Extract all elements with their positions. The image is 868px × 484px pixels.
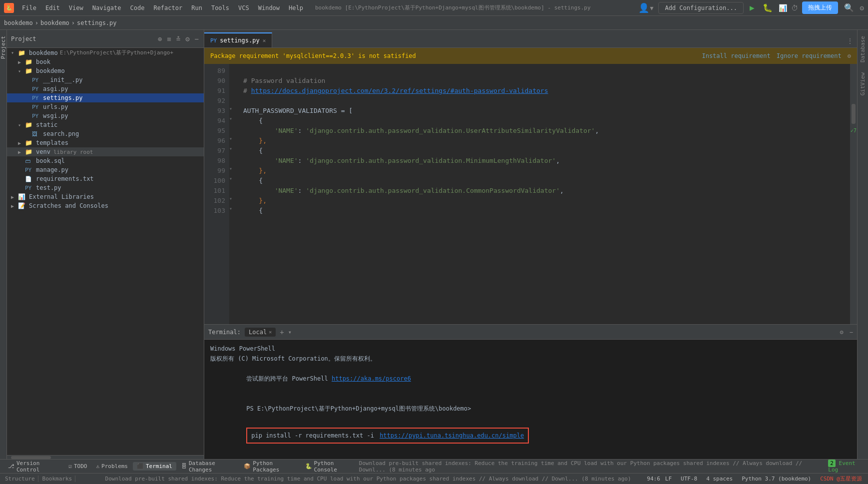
menu-window[interactable]: Window — [254, 3, 284, 12]
terminal-content: Windows PowerShell 版权所有 (C) Microsoft Co… — [204, 340, 857, 459]
database-panel-label[interactable]: Database — [859, 32, 867, 66]
status-indent[interactable]: 4 spaces — [702, 476, 737, 482]
bottom-tab-terminal[interactable]: ⬛ Terminal — [133, 462, 176, 471]
tree-item-urls[interactable]: PY urls.py — [7, 102, 204, 111]
tree-label: manage.py — [36, 166, 68, 173]
menu-tools[interactable]: Tools — [207, 3, 233, 12]
terminal-prompt: PS E:\PythonProject\基于Python+Django+mysq… — [246, 405, 471, 412]
venv-library-root-label: library root — [53, 149, 93, 155]
terminal-tab-label: Local — [249, 329, 267, 336]
collapse-all-icon[interactable]: ≡ — [166, 34, 172, 44]
menu-run[interactable]: Run — [187, 3, 206, 12]
tree-item-manage[interactable]: PY manage.py — [7, 165, 204, 174]
sort-icon[interactable]: ≛ — [175, 34, 181, 44]
bottom-tab-python-console[interactable]: 🐍 Python Console — [301, 459, 358, 474]
menu-refactor[interactable]: Refactor — [149, 3, 186, 12]
search-everywhere-icon[interactable]: 🔍 — [842, 2, 856, 13]
upload-button[interactable]: 拖拽上传 — [802, 1, 838, 14]
terminal-tab-local[interactable]: Local ✕ — [245, 328, 276, 337]
gitview-panel-label[interactable]: GitView — [859, 68, 867, 99]
menu-edit[interactable]: Edit — [41, 3, 64, 12]
menu-help[interactable]: Help — [285, 3, 307, 12]
menu-navigate[interactable]: Navigate — [88, 3, 125, 12]
locate-file-icon[interactable]: ⊕ — [157, 34, 163, 44]
debug-button[interactable]: 🐛 — [761, 2, 775, 13]
terminal-close-icon[interactable]: − — [850, 329, 853, 336]
minimize-panel-icon[interactable]: − — [194, 34, 200, 44]
status-encoding[interactable]: LF — [661, 476, 676, 482]
status-structure-label[interactable]: Structure — [2, 476, 38, 482]
tree-path: E:\PythonProject\基于Python+Django+ — [60, 49, 173, 56]
bottom-tab-python-packages[interactable]: 📦 Python Packages — [240, 459, 300, 474]
tree-item-venv[interactable]: ▶ 📁 venv library root — [7, 147, 204, 156]
tree-item-init[interactable]: PY __init__.py — [7, 75, 204, 84]
bottom-toolbar: ⎇ Version Control ☑ TODO ⚠ Problems ⬛ Te… — [0, 459, 868, 473]
tree-item-test[interactable]: PY test.py — [7, 183, 204, 192]
warning-settings-icon[interactable]: ⚙ — [848, 52, 851, 59]
bottom-tab-problems[interactable]: ⚠ Problems — [92, 462, 132, 471]
editor-scrollbar[interactable]: ✓7 — [850, 64, 857, 324]
menu-vcs[interactable]: VCS — [234, 3, 253, 12]
problems-icon: ⚠ — [96, 463, 99, 470]
title-path: bookdemo [E:\PythonProject\基于Python+Djan… — [315, 4, 634, 11]
tree-item-asgi[interactable]: PY asgi.py — [7, 84, 204, 93]
add-configuration-button[interactable]: Add Configuration... — [658, 2, 744, 14]
breadcrumb-item-3[interactable]: settings.py — [77, 19, 116, 26]
tree-label: book.sql — [36, 157, 65, 164]
tree-label: bookdemo — [29, 49, 58, 56]
breadcrumb-item-1[interactable]: bookdemo — [4, 19, 33, 26]
tree-item-bookdemo-root[interactable]: ▾ 📁 bookdemo E:\PythonProject\基于Python+D… — [7, 48, 204, 57]
menu-view[interactable]: View — [65, 3, 87, 12]
tree-item-wsgi[interactable]: PY wsgi.py — [7, 111, 204, 120]
tree-label: settings.py — [43, 94, 82, 101]
code-line-99: }, — [243, 166, 846, 176]
title-bar: 🐍 File Edit View Navigate Code Refactor … — [0, 0, 868, 16]
install-requirement-button[interactable]: Install requirement — [702, 52, 770, 59]
status-bookmarks-label[interactable]: Bookmarks — [39, 476, 76, 482]
tab-settings-py[interactable]: PY settings.py ✕ — [204, 32, 272, 47]
pscore6-link[interactable]: https://aka.ms/pscore6 — [332, 375, 411, 382]
tree-item-static[interactable]: ▾ 📁 static — [7, 120, 204, 129]
tree-item-requirements[interactable]: 📄 requirements.txt — [7, 174, 204, 183]
menu-file[interactable]: File — [18, 3, 40, 12]
bottom-tab-database-changes[interactable]: 🗄 Database Changes — [177, 459, 239, 474]
event-log-button[interactable]: 2 Event Log — [828, 460, 864, 473]
status-position[interactable]: 94:6 — [647, 476, 660, 482]
todo-icon: ☑ — [68, 463, 72, 470]
sidebar-scrollbar[interactable] — [7, 455, 204, 459]
project-panel-label[interactable]: Project — [0, 30, 7, 65]
coverage-button[interactable]: 📊 — [779, 4, 787, 12]
tree-item-book-sql[interactable]: 🗃 book.sql — [7, 156, 204, 165]
breadcrumb-item-2[interactable]: bookdemo — [40, 19, 69, 26]
terminal-settings-icon[interactable]: ⚙ — [840, 329, 844, 336]
settings-tree-icon[interactable]: ⚙ — [184, 34, 190, 44]
bottom-tab-todo[interactable]: ☑ TODO — [64, 462, 91, 471]
terminal-arrow-icon[interactable]: ▾ — [288, 329, 292, 336]
tree-item-scratches[interactable]: ▶ 📝 Scratches and Consoles — [7, 201, 204, 210]
menu-code[interactable]: Code — [126, 3, 149, 12]
tree-item-templates[interactable]: ▶ 📁 templates — [7, 138, 204, 147]
warning-text: Package requirement 'mysqlclient==2.0.3'… — [210, 52, 416, 59]
tree-item-settings[interactable]: PY settings.py — [7, 93, 204, 102]
settings-icon[interactable]: ⚙ — [860, 4, 864, 12]
status-charset[interactable]: UTF-8 — [677, 476, 701, 482]
run-button[interactable]: ▶ — [748, 2, 757, 13]
tree-item-bookdemo[interactable]: ▾ 📁 bookdemo — [7, 66, 204, 75]
terminal-tab-close-icon[interactable]: ✕ — [269, 329, 272, 335]
tsinghua-link[interactable]: https://pypi.tuna.tsinghua.edu.cn/simple — [380, 431, 524, 441]
terminal-add-tab-icon[interactable]: + — [280, 328, 284, 336]
bottom-tab-version-control[interactable]: ⎇ Version Control — [4, 459, 63, 474]
tree-item-external-libs[interactable]: ▶ 📊 External Libraries — [7, 192, 204, 201]
left-side-strip: Project — [0, 30, 7, 459]
user-icon[interactable]: 👤▾ — [638, 2, 655, 13]
tree-item-book[interactable]: ▶ 📁 book — [7, 57, 204, 66]
tab-close-icon[interactable]: ✕ — [263, 37, 266, 44]
tree-item-search-png[interactable]: 🖼 search.png — [7, 129, 204, 138]
code-content[interactable]: # Password validation # https://docs.dja… — [239, 64, 850, 324]
profile-button[interactable]: ⏱ — [791, 4, 798, 12]
status-python-version[interactable]: Python 3.7 (bookdemo) — [738, 476, 815, 482]
tree-label: Scratches and Consoles — [29, 202, 108, 209]
terminal-command-box: pip install -r requirements.txt -i https… — [246, 428, 529, 444]
tab-overflow-menu[interactable]: ⋮ — [843, 34, 857, 47]
ignore-requirement-button[interactable]: Ignore requirement — [777, 52, 842, 59]
